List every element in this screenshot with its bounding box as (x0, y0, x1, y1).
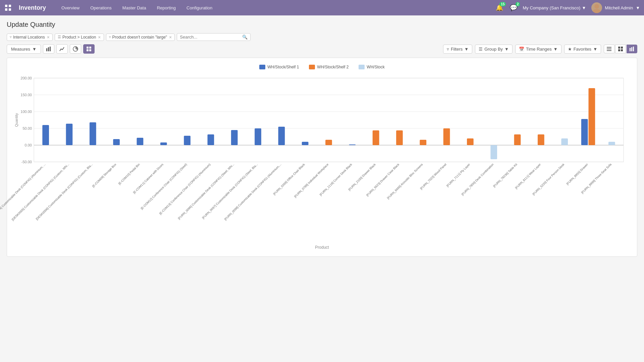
time-label: Time Ranges (526, 47, 552, 52)
svg-rect-17 (618, 47, 620, 49)
svg-rect-15 (607, 49, 611, 49)
app-logo[interactable] (4, 4, 12, 12)
app-name[interactable]: Inventory (19, 4, 46, 11)
svg-text:[E-COM13] Conference Chair (CO: [E-COM13] Conference Chair (CONFIG) (Alu… (159, 163, 211, 215)
svg-rect-79 (538, 134, 544, 145)
groupby-label: Group By (484, 47, 503, 52)
svg-rect-57 (278, 127, 285, 145)
nav-operations[interactable]: Operations (88, 4, 114, 12)
filter-bar: ▿ Internal Locations × ☰ Product > Locat… (7, 33, 637, 41)
remove-filter-1[interactable]: × (47, 35, 50, 40)
remove-filter-2[interactable]: × (98, 35, 101, 40)
svg-rect-63 (349, 144, 356, 145)
chart-svg: 200.00150.00100.0050.000.00-50.00Quantit… (14, 75, 630, 229)
notifications-bell[interactable]: 🔔 15 (496, 4, 503, 11)
chart-legend: WH/Stock/Shelf 1 WH/Stock/Shelf 2 WH/Sto… (14, 65, 630, 69)
list-view-button[interactable] (604, 45, 614, 53)
svg-text:[FURN_0098] Customizable Desk : [FURN_0098] Customizable Desk (CONFIG) (… (224, 163, 282, 221)
filter-label-1: Internal Locations (13, 35, 45, 40)
svg-rect-84 (589, 88, 595, 145)
svg-text:0.00: 0.00 (25, 143, 32, 147)
group-by-button[interactable]: ☰ Group By ▼ (475, 45, 513, 54)
svg-rect-7 (48, 47, 49, 51)
filter-icon-1: ▿ (10, 35, 12, 39)
svg-text:[DESK0005] Customizable Desk (: [DESK0005] Customizable Desk (CONFIG) (C… (11, 163, 70, 221)
page-title: Update Quantity (7, 21, 637, 28)
svg-rect-75 (490, 145, 497, 159)
time-ranges-button[interactable]: 📅 Time Ranges ▼ (515, 45, 561, 54)
grid-view-button[interactable] (615, 45, 626, 53)
svg-text:Quantity: Quantity (14, 113, 18, 127)
svg-text:50.00: 50.00 (22, 126, 32, 130)
svg-text:[E-COM09] Storage Box: [E-COM09] Storage Box (92, 163, 117, 188)
chart-type-pie[interactable] (70, 44, 81, 54)
main-menu: Overview Operations Master Data Reportin… (59, 4, 489, 12)
nav-overview[interactable]: Overview (59, 4, 82, 12)
svg-rect-10 (87, 47, 89, 49)
svg-rect-37 (42, 125, 49, 145)
user-menu[interactable]: Mitchell Admin ▼ (591, 2, 640, 13)
search-input[interactable] (180, 35, 240, 40)
svg-rect-23 (633, 47, 634, 51)
favorites-button[interactable]: ★ Favorites ▼ (564, 45, 601, 54)
svg-rect-55 (255, 128, 261, 145)
chart-type-line[interactable] (56, 44, 68, 54)
time-icon: 📅 (519, 47, 524, 52)
svg-rect-83 (581, 119, 588, 145)
measures-chevron: ▼ (32, 47, 37, 52)
svg-rect-6 (46, 48, 47, 51)
svg-rect-2 (5, 8, 7, 11)
measures-label: Measures (11, 47, 30, 52)
messages-count: 2 (516, 2, 520, 6)
svg-rect-11 (89, 47, 91, 49)
chart-type-bar[interactable] (43, 44, 54, 54)
svg-text:200.00: 200.00 (20, 76, 32, 80)
filter-label-2: Product > Location (62, 35, 96, 40)
legend-shelf1: WH/Stock/Shelf 1 (259, 65, 299, 69)
remove-filter-3[interactable]: × (169, 35, 172, 40)
svg-rect-20 (621, 49, 623, 51)
filter-internal-locations[interactable]: ▿ Internal Locations × (7, 34, 53, 41)
svg-rect-18 (621, 47, 623, 49)
page-content: Update Quantity ▿ Internal Locations × ☰… (0, 15, 644, 362)
measures-button[interactable]: Measures ▼ (7, 45, 41, 54)
company-selector[interactable]: My Company (San Francisco) ▼ (523, 5, 586, 10)
svg-text:-50.00: -50.00 (21, 160, 32, 164)
svg-rect-19 (618, 49, 620, 51)
legend-label-stock: WH/Stock (367, 65, 384, 69)
legend-stock: WH/Stock (359, 65, 384, 69)
search-box[interactable]: 🔍 (177, 33, 251, 41)
nav-reporting[interactable]: Reporting (155, 4, 178, 12)
chart-type-pivot[interactable] (83, 44, 95, 54)
svg-rect-16 (607, 50, 611, 51)
svg-rect-21 (630, 48, 631, 51)
search-button[interactable]: 🔍 (242, 35, 248, 40)
filter-product-location[interactable]: ☰ Product > Location × (55, 34, 104, 41)
messages-icon[interactable]: 💬 2 (510, 4, 517, 11)
svg-rect-12 (87, 49, 89, 51)
svg-point-5 (593, 9, 601, 13)
filters-button[interactable]: ▿ Filters ▼ (443, 45, 472, 54)
svg-point-4 (594, 4, 599, 9)
filter-product-no-large[interactable]: ▿ Product doesn't contain "large" × (106, 34, 175, 41)
legend-color-shelf2 (309, 65, 315, 69)
nav-master-data[interactable]: Master Data (120, 4, 148, 12)
groupby-icon: ☰ (479, 47, 483, 52)
svg-text:[FURN_7023] Wood Panel: [FURN_7023] Wood Panel (420, 163, 447, 190)
toolbar: Measures ▼ (7, 44, 637, 54)
legend-color-shelf1 (259, 65, 265, 69)
svg-rect-43 (113, 139, 120, 145)
svg-rect-73 (467, 138, 474, 145)
svg-rect-8 (50, 47, 51, 51)
svg-rect-39 (66, 124, 73, 145)
svg-rect-22 (631, 47, 632, 51)
topbar-right: 🔔 15 💬 2 My Company (San Francisco) ▼ Mi… (496, 2, 640, 13)
chart-view-button[interactable] (627, 45, 637, 53)
svg-text:[E-COM10] Pedal Bin: [E-COM10] Pedal Bin (118, 163, 141, 185)
toolbar-right: ▿ Filters ▼ ☰ Group By ▼ 📅 Time Ranges ▼… (443, 45, 637, 54)
svg-rect-14 (607, 47, 611, 48)
nav-configuration[interactable]: Configuration (184, 4, 214, 12)
svg-rect-47 (160, 142, 167, 145)
legend-label-shelf2: WH/Stock/Shelf 2 (317, 65, 348, 69)
x-axis-title: Product (14, 245, 630, 250)
